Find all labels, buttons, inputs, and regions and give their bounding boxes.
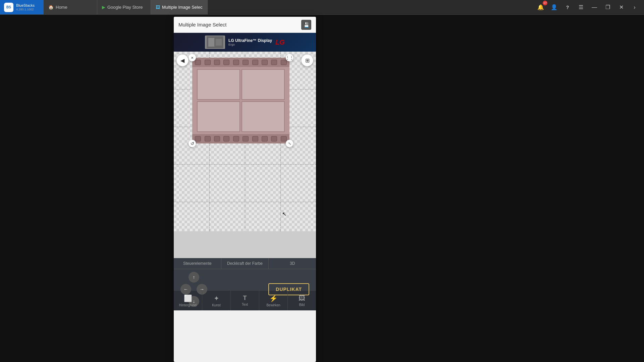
filmstrip-perfs-bottom — [192, 134, 289, 143]
bottom-controls: Steuerelemente Deckkraft der Farbe 3D ↑ — [174, 258, 316, 290]
restore-icon: ❐ — [605, 4, 610, 10]
deckraft-label: Deckkraft der Farbe — [227, 261, 263, 266]
perf-b5 — [233, 136, 239, 141]
frame-2 — [241, 69, 285, 100]
taskbar-right: 🔔 17 👤 ? ☰ — ❐ ✕ › — [535, 2, 644, 13]
close-window-button[interactable]: ✕ — [616, 2, 627, 13]
chevron-icon: › — [634, 4, 635, 10]
perf-b8 — [262, 136, 268, 141]
kunst-label: Kunst — [212, 303, 221, 307]
perf-b2 — [205, 136, 211, 141]
account-button[interactable]: 👤 — [549, 2, 559, 13]
menu-icon: ☰ — [579, 4, 583, 10]
multi-image-tab-icon: 🖼 — [156, 5, 160, 10]
cursor-arrow: ↖ — [282, 211, 286, 217]
bewirken-icon: ⚡ — [269, 294, 278, 302]
frame-1 — [197, 69, 240, 100]
bild-label: Bild — [299, 303, 305, 307]
canvas-grid-icon: ⊞ — [305, 57, 310, 64]
canvas-area[interactable]: ◀ ⊞ — [174, 52, 316, 231]
resize-handle-icon: ⤡ — [288, 141, 291, 146]
bottom-nav: ⬜ Hintergrund ✦ Kunst T Text ⚡ Bewirken … — [174, 290, 316, 310]
bluestacks-icon: BS — [4, 3, 13, 12]
canvas-grid-button[interactable]: ⊞ — [301, 54, 313, 66]
nav-text[interactable]: T Text — [231, 291, 259, 310]
nav-kunst[interactable]: ✦ Kunst — [202, 291, 231, 310]
filmstrip-container[interactable]: ✕ ⋮⋮ ↺ ⤡ — [192, 58, 289, 143]
bluestacks-version: 4.280.1.1002 — [16, 8, 35, 11]
tab-steuerelemente[interactable]: Steuerelemente — [174, 258, 221, 269]
perf-b3 — [214, 136, 220, 141]
home-tab-icon: 🏠 — [48, 5, 54, 10]
minimize-button[interactable]: — — [589, 2, 600, 13]
perf-b7 — [252, 136, 258, 141]
handle-rotate[interactable]: ↺ — [189, 140, 196, 147]
app-window: Multiple Image Select 💾 LG UltraFine™ Di… — [174, 17, 316, 362]
frame-3 — [197, 101, 240, 132]
window-titlebar: Multiple Image Select 💾 — [174, 17, 316, 33]
help-button[interactable]: ? — [562, 2, 573, 13]
nav-bewirken[interactable]: ⚡ Bewirken — [259, 291, 288, 310]
menu-button[interactable]: ☰ — [576, 2, 586, 13]
play-store-tab-label: Google Play Store — [107, 5, 143, 10]
ad-image — [205, 36, 225, 49]
canvas-back-icon: ◀ — [180, 57, 184, 64]
account-icon: 👤 — [551, 4, 557, 10]
window-title: Multiple Image Select — [178, 22, 226, 27]
notification-badge: 17 — [543, 1, 547, 5]
kunst-icon: ✦ — [214, 294, 219, 302]
tab-home[interactable]: 🏠 Home — [44, 0, 97, 14]
canvas-back-button[interactable]: ◀ — [176, 54, 189, 66]
rotate-handle-icon: ↺ — [191, 141, 194, 146]
multi-image-tab-label: Multiple Image Selec — [162, 5, 203, 10]
filmstrip-frames — [192, 67, 289, 134]
bluestacks-name: BlueStacks — [16, 3, 35, 8]
text-icon: T — [243, 295, 247, 302]
tab-deckraft[interactable]: Deckkraft der Farbe — [221, 258, 269, 269]
save-button[interactable]: 💾 — [301, 20, 311, 30]
perf-b4 — [223, 136, 229, 141]
home-tab-label: Home — [56, 5, 67, 10]
svg-rect-1 — [208, 38, 214, 47]
restore-button[interactable]: ❐ — [602, 2, 613, 13]
main-area: Multiple Image Select 💾 LG UltraFine™ Di… — [0, 15, 644, 362]
chevron-button[interactable]: › — [629, 2, 640, 13]
close-window-icon: ✕ — [619, 4, 624, 10]
3d-label: 3D — [290, 261, 295, 266]
ad-lg-logo: LG — [275, 39, 285, 46]
nav-hintergrund[interactable]: ⬜ Hintergrund — [174, 291, 202, 310]
filmstrip — [192, 58, 289, 143]
handle-resize[interactable]: ⤡ — [286, 140, 293, 147]
nav-up-button[interactable]: ↑ — [189, 272, 199, 283]
minimize-icon: — — [592, 4, 597, 10]
bewirken-label: Bewirken — [266, 303, 280, 307]
hintergrund-icon: ⬜ — [184, 294, 192, 302]
nav-up-icon: ↑ — [193, 275, 195, 280]
notification-icon: 🔔 — [537, 4, 544, 10]
frame-4 — [241, 101, 285, 132]
tab-play-store[interactable]: ▶ Google Play Store — [97, 0, 151, 14]
canvas-toolbar: ◀ ⊞ — [176, 54, 313, 66]
save-icon: 💾 — [304, 22, 309, 27]
svg-rect-2 — [216, 39, 222, 46]
nav-bild[interactable]: 🖼 Bild — [288, 291, 316, 310]
ad-banner[interactable]: LG UltraFine™ Display Ergo LG — [174, 33, 316, 52]
text-label: Text — [242, 303, 248, 306]
notification-button[interactable]: 🔔 17 — [535, 2, 546, 13]
ad-brand-text: LG UltraFine™ Display — [228, 38, 272, 43]
perf-b6 — [243, 136, 249, 141]
ad-model-text: Ergo — [228, 43, 272, 46]
perf-b10 — [281, 136, 287, 141]
bottom-tabs: Steuerelemente Deckkraft der Farbe 3D — [174, 258, 316, 269]
bild-icon: 🖼 — [299, 294, 305, 302]
steuerelemente-label: Steuerelemente — [183, 261, 212, 266]
taskbar: BS BlueStacks 4.280.1.1002 🏠 Home ▶ Goog… — [0, 0, 644, 15]
perf-b1 — [195, 136, 201, 141]
tab-3d[interactable]: 3D — [269, 258, 316, 269]
help-icon: ? — [566, 5, 569, 10]
play-store-tab-icon: ▶ — [102, 5, 105, 10]
tab-multi-image[interactable]: 🖼 Multiple Image Selec — [151, 0, 208, 14]
bluestacks-logo[interactable]: BS BlueStacks 4.280.1.1002 — [0, 0, 44, 14]
bottom-gray-area — [174, 231, 316, 258]
perf-b9 — [271, 136, 277, 141]
